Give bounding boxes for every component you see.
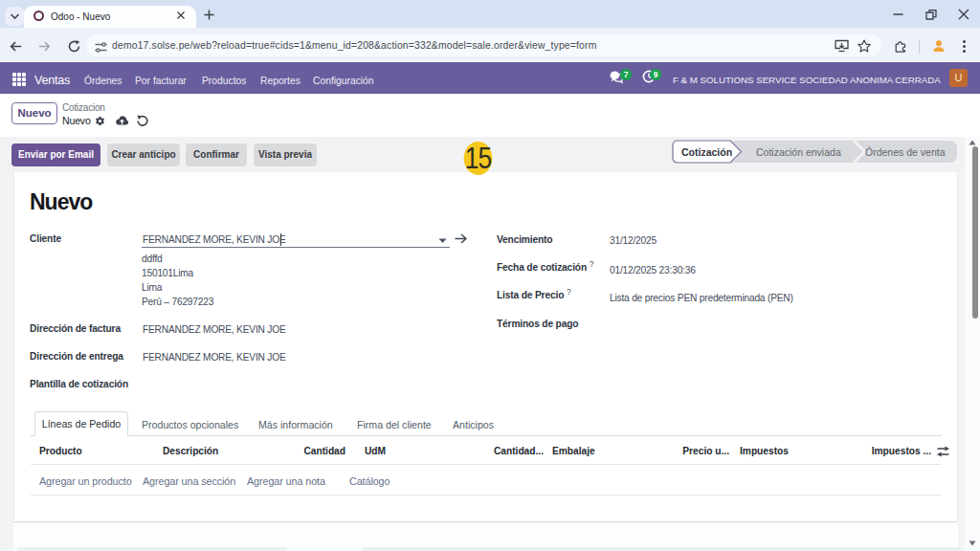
svg-text:Cotización: Cotización bbox=[681, 146, 732, 158]
svg-text:Cotización enviada: Cotización enviada bbox=[756, 146, 841, 158]
svg-text:Órdenes de venta: Órdenes de venta bbox=[865, 146, 946, 158]
